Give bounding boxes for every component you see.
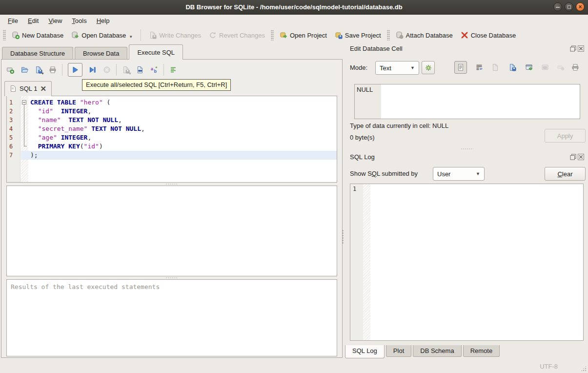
sql-editor[interactable]: 1CREATE TABLE "hero" (2 "id" INTEGER,3 "… <box>6 96 337 183</box>
log-line-number: 1 <box>353 186 356 192</box>
log-filter-select[interactable]: User ▼ <box>433 167 485 181</box>
toolbar-drag-handle[interactable] <box>3 30 6 41</box>
sql-log-panel-title: SQL Log <box>350 153 375 161</box>
open-database-button[interactable]: Open Database ▼ <box>67 29 137 41</box>
maximize-icon <box>568 5 571 9</box>
float-panel-icon[interactable] <box>570 45 576 52</box>
editor-line[interactable]: 1CREATE TABLE "hero" ( <box>7 98 337 107</box>
editor-line[interactable]: 6 PRIMARY KEY("id") <box>7 142 337 151</box>
fold-marker <box>21 107 28 116</box>
open-project-button[interactable]: Open Project <box>276 29 331 41</box>
cell-size-info: 0 byte(s) <box>350 134 375 141</box>
execute-current-line-icon[interactable] <box>89 66 97 74</box>
line-number: 2 <box>7 107 21 116</box>
tab-execute-sql[interactable]: Execute SQL <box>129 44 183 60</box>
editor-line[interactable]: 5 "age" INTEGER, <box>7 133 337 142</box>
tab-browse-data[interactable]: Browse Data <box>75 47 127 60</box>
close-database-label: Close Database <box>471 32 516 39</box>
encoding-indicator[interactable]: UTF-8 <box>540 363 558 370</box>
open-sql-tab-icon[interactable] <box>6 66 14 74</box>
tab-sql-log[interactable]: SQL Log <box>345 345 385 358</box>
save-project-button[interactable]: Save Project <box>331 29 385 41</box>
line-number: 3 <box>7 116 21 124</box>
import-cell-button <box>489 61 502 74</box>
tab-database-structure[interactable]: Database Structure <box>2 47 73 60</box>
save-sql-file-icon[interactable]: ▼ <box>35 66 42 74</box>
import-data-button[interactable] <box>422 61 435 74</box>
new-database-button[interactable]: New Database <box>8 29 67 41</box>
close-panel-icon[interactable] <box>578 154 584 160</box>
apply-button-label: Apply <box>557 132 573 140</box>
menu-file[interactable]: File <box>3 16 23 26</box>
editor-line[interactable]: 3 "name" TEXT NOT NULL, <box>7 116 337 124</box>
fold-marker[interactable] <box>21 98 28 107</box>
menu-edit[interactable]: Edit <box>23 16 43 26</box>
toolbar-drag-handle[interactable] <box>271 30 274 41</box>
float-panel-icon[interactable] <box>570 154 576 160</box>
cell-value-editor[interactable]: NULL <box>354 84 580 119</box>
cell-mode-select[interactable]: Text ▼ <box>375 61 419 75</box>
open-external-button[interactable] <box>523 61 535 74</box>
edit-cell-panel-title: Edit Database Cell <box>350 45 403 52</box>
close-database-icon <box>461 31 468 39</box>
execute-sql-button[interactable] <box>68 63 82 77</box>
menu-help[interactable]: Help <box>92 16 115 26</box>
fold-marker <box>21 124 28 133</box>
edit-link-button <box>539 61 551 74</box>
menu-tools[interactable]: Tools <box>67 16 91 26</box>
print-icon[interactable] <box>49 66 57 74</box>
execute-sql-icon <box>71 66 79 74</box>
export-cell-button[interactable] <box>506 61 519 74</box>
menu-view[interactable]: View <box>43 16 67 26</box>
code-text: "secret_name" TEXT NOT NULL, <box>28 124 337 133</box>
code-text: "id" INTEGER, <box>28 107 337 116</box>
print-cell-button[interactable] <box>569 61 582 74</box>
code-text: PRIMARY KEY("id") <box>28 142 337 151</box>
find-replace-icon[interactable] <box>136 66 144 74</box>
close-panel-icon[interactable] <box>578 45 584 52</box>
editor-line[interactable]: 4 "secret_name" TEXT NOT NULL, <box>7 124 337 133</box>
save-sql-dropdown-icon[interactable]: ▼ <box>41 72 44 75</box>
dock-splitter[interactable] <box>349 147 585 150</box>
sql-log-view[interactable]: 1 <box>350 184 584 341</box>
resize-grip[interactable] <box>581 366 587 372</box>
sql-editor-tab[interactable]: SQL 1 ✕ <box>4 81 52 96</box>
log-filter-value: User <box>437 170 450 178</box>
text-mode-toggle[interactable] <box>454 61 467 74</box>
format-sql-icon[interactable] <box>169 66 177 74</box>
tab-db-schema[interactable]: DB Schema <box>413 345 461 357</box>
write-changes-label: Write Changes <box>159 32 201 39</box>
attach-database-label: Attach Database <box>406 32 453 39</box>
editor-line[interactable]: 7); <box>7 151 337 160</box>
editor-line[interactable]: 2 "id" INTEGER, <box>7 107 337 116</box>
stop-execution-icon <box>103 66 111 74</box>
attach-database-button[interactable]: Attach Database <box>392 29 457 41</box>
save-results-icon: ▼ <box>122 66 130 74</box>
open-sql-file-icon[interactable] <box>20 66 28 74</box>
save-results-dropdown-icon: ▼ <box>128 72 132 75</box>
svg-text:a: a <box>151 66 154 71</box>
results-message-pane: Results of the last executed statements <box>6 279 337 356</box>
word-completion-icon[interactable]: ab <box>150 66 158 74</box>
toolbar-drag-handle[interactable] <box>387 30 390 41</box>
fold-marker <box>21 151 28 160</box>
open-database-dropdown-icon[interactable]: ▼ <box>129 35 133 39</box>
close-database-button[interactable]: Close Database <box>457 29 520 41</box>
new-database-label: New Database <box>22 32 63 39</box>
sql-document-icon <box>10 85 17 92</box>
tab-remote[interactable]: Remote <box>463 345 500 357</box>
code-text: "age" INTEGER, <box>28 133 337 142</box>
word-wrap-toggle[interactable] <box>473 61 486 74</box>
maximize-button[interactable] <box>565 2 573 11</box>
close-window-button[interactable]: × <box>576 2 585 11</box>
set-null-icon <box>557 63 565 71</box>
log-filter-label: Show SQL submitted by <box>350 170 418 177</box>
dock-tabbar: SQL Log Plot DB Schema Remote <box>345 345 500 358</box>
open-project-icon <box>280 31 287 39</box>
window-controls: × <box>553 2 585 11</box>
titlebar[interactable]: DB Browser for SQLite - /home/user/code/… <box>0 0 588 15</box>
minimize-button[interactable] <box>553 2 562 11</box>
clear-log-button[interactable]: Clear <box>545 167 586 181</box>
tab-plot[interactable]: Plot <box>386 345 411 357</box>
close-sql-tab-icon[interactable]: ✕ <box>40 86 46 92</box>
